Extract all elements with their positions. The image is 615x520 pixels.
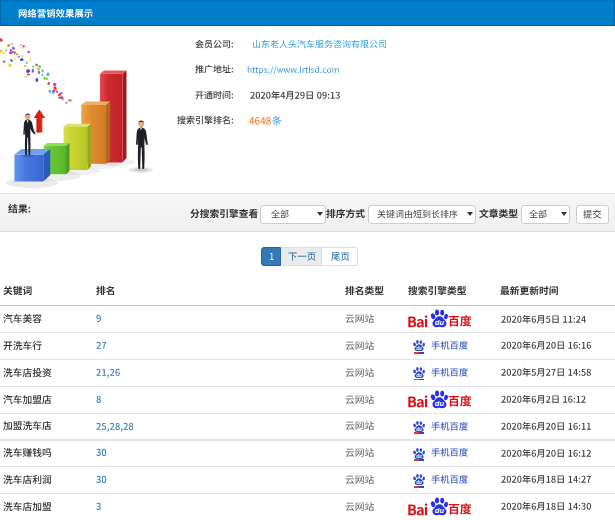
svg-text:du: du (416, 346, 422, 351)
svg-text:du: du (416, 480, 422, 485)
svg-text:du: du (435, 318, 445, 327)
svg-text:du: du (435, 399, 445, 408)
svg-text:du: du (416, 427, 422, 432)
svg-text:du: du (435, 506, 445, 515)
svg-text:du: du (416, 373, 422, 378)
svg-text:du: du (416, 453, 422, 458)
